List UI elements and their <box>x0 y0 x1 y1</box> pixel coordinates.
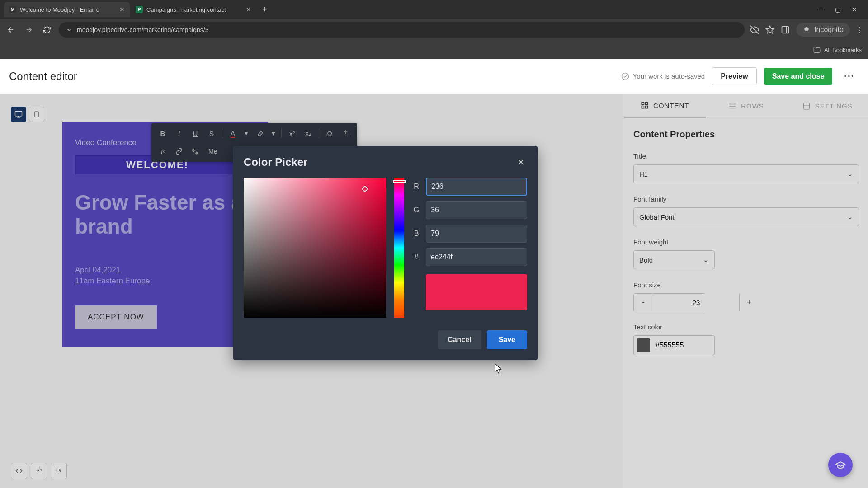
incognito-badge[interactable]: Incognito <box>796 23 850 37</box>
svg-point-0 <box>68 29 70 31</box>
modal-title: Color Picker <box>244 156 307 169</box>
tab-title-1: Welcome to Moodjoy - Email c <box>20 6 116 13</box>
check-icon <box>621 72 629 80</box>
tab-close-2[interactable]: ✕ <box>246 6 251 13</box>
reload-button[interactable] <box>41 23 53 36</box>
incognito-label: Incognito <box>814 26 844 34</box>
svg-rect-5 <box>782 27 789 33</box>
forward-button[interactable] <box>23 23 35 36</box>
browser-tab-2[interactable]: P Campaigns: marketing contact ✕ <box>130 2 257 17</box>
saturation-field[interactable] <box>244 178 386 318</box>
preview-button[interactable]: Preview <box>712 67 756 85</box>
bookmark-star-icon[interactable] <box>765 25 774 34</box>
page-title: Content editor <box>9 70 77 83</box>
svg-point-7 <box>622 73 628 80</box>
r-input[interactable] <box>426 178 527 196</box>
url-text: moodjoy.pipedrive.com/marketing/campaign… <box>77 26 737 33</box>
back-button[interactable] <box>5 23 17 36</box>
tab-title-2: Campaigns: marketing contact <box>146 6 242 13</box>
g-label: G <box>412 206 420 214</box>
autosave-status: Your work is auto-saved <box>621 72 705 80</box>
color-preview-swatch <box>426 274 527 310</box>
value-column: R G B # <box>412 178 527 318</box>
saturation-cursor[interactable] <box>362 186 368 192</box>
app-area: Content editor Your work is auto-saved P… <box>0 59 868 488</box>
tab-strip: M Welcome to Moodjoy - Email c ✕ P Campa… <box>0 0 868 19</box>
minimize-button[interactable]: — <box>818 6 824 13</box>
save-and-close-button[interactable]: Save and close <box>764 68 833 85</box>
new-tab-button[interactable]: + <box>257 5 273 14</box>
browser-toolbar: moodjoy.pipedrive.com/marketing/campaign… <box>0 19 868 41</box>
side-panel-icon[interactable] <box>781 25 790 34</box>
modal-close-button[interactable]: ✕ <box>514 156 527 169</box>
cancel-button[interactable]: Cancel <box>438 330 481 349</box>
incognito-icon <box>802 26 811 34</box>
all-bookmarks-link[interactable]: All Bookmarks <box>824 47 862 53</box>
url-bar[interactable]: moodjoy.pipedrive.com/marketing/campaign… <box>59 22 745 38</box>
tracking-icon[interactable] <box>750 25 759 34</box>
color-picker-modal: Color Picker ✕ R G <box>233 146 538 360</box>
hue-cursor[interactable] <box>393 180 406 183</box>
favicon-2: P <box>136 6 143 13</box>
r-label: R <box>412 183 420 191</box>
g-input[interactable] <box>426 201 527 219</box>
browser-menu-icon[interactable]: ⋮ <box>856 26 863 34</box>
b-input[interactable] <box>426 225 527 243</box>
close-window-button[interactable]: ✕ <box>852 6 857 13</box>
app-header: Content editor Your work is auto-saved P… <box>0 59 868 94</box>
hex-label: # <box>412 253 420 261</box>
browser-tab-1[interactable]: M Welcome to Moodjoy - Email c ✕ <box>4 2 130 17</box>
site-info-icon[interactable] <box>66 27 72 33</box>
app-body: B I U S A ▾ ▾ x² x₂ Ω <box>0 94 868 488</box>
browser-chrome: M Welcome to Moodjoy - Email c ✕ P Campa… <box>0 0 868 59</box>
save-button[interactable]: Save <box>487 330 527 349</box>
autosave-label: Your work is auto-saved <box>633 72 705 80</box>
bookmarks-bar: All Bookmarks <box>0 41 868 59</box>
folder-icon <box>813 46 821 53</box>
window-controls: — ▢ ✕ <box>818 6 864 13</box>
favicon-1: M <box>9 6 16 13</box>
hex-input[interactable] <box>426 248 527 266</box>
hue-slider[interactable] <box>394 178 404 318</box>
toolbar-icons: Incognito ⋮ <box>750 23 863 37</box>
svg-marker-4 <box>766 26 774 33</box>
more-menu-button[interactable]: ··· <box>840 71 859 81</box>
maximize-button[interactable]: ▢ <box>835 6 841 13</box>
tab-close-1[interactable]: ✕ <box>119 6 125 13</box>
b-label: B <box>412 230 420 238</box>
